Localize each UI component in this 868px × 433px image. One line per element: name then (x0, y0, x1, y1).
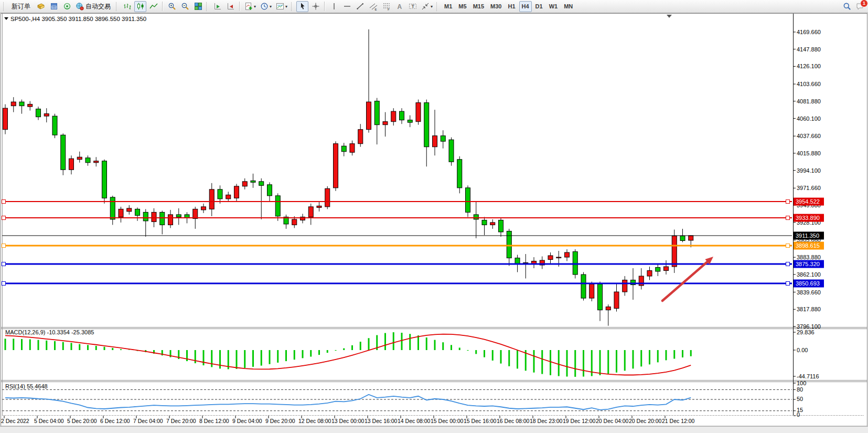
price-tick-label: 4169.660 (797, 29, 821, 35)
candle-body (614, 292, 619, 309)
timeframe-M1[interactable]: M1 (442, 1, 455, 12)
price-tick-label: 3971.660 (797, 185, 821, 191)
candle-body (85, 158, 90, 163)
timeframe-H4[interactable]: H4 (519, 1, 532, 12)
timeframe-D1[interactable]: D1 (533, 1, 545, 12)
label-icon: T (409, 2, 417, 10)
line-chart-button[interactable] (147, 1, 159, 12)
crosshair-button[interactable] (309, 1, 322, 12)
auto-scroll-button[interactable] (211, 1, 223, 12)
market-watch-button[interactable] (35, 1, 47, 12)
fibonacci-button[interactable]: F (380, 1, 392, 12)
channel-button[interactable]: E (367, 1, 379, 12)
label-button[interactable]: T (406, 1, 419, 12)
line-handle[interactable] (786, 200, 790, 204)
chevron-down-icon[interactable]: ▾ (254, 4, 256, 9)
candle-body (466, 188, 470, 213)
indicators-dropdown[interactable]: ▾ (243, 1, 258, 12)
chart-shift-button[interactable] (224, 1, 237, 12)
shapes-dropdown[interactable]: ▾ (420, 1, 434, 12)
line-handle[interactable] (786, 262, 790, 266)
navigator-button[interactable] (48, 1, 60, 12)
macd-axis-label: 29.836 (797, 329, 815, 335)
time-tick-label: 15 Dec 00:00 (431, 418, 464, 424)
chat-button[interactable]: 1 (854, 1, 866, 12)
candle-body (44, 114, 49, 117)
line-handle[interactable] (2, 262, 6, 266)
candle-body (391, 111, 396, 122)
macd-axis-label: -44.7116 (797, 373, 819, 379)
price-tick-label: 3994.100 (797, 167, 821, 174)
timeframe-W1[interactable]: W1 (546, 1, 561, 12)
rsi-axis-label: 100 (797, 380, 806, 386)
candle-body (308, 207, 313, 217)
ohlc-header: SP500-,H4 3905.350 3911.850 3896.550 391… (10, 16, 146, 22)
candle-body (234, 186, 239, 198)
candlestick-button[interactable] (134, 1, 146, 12)
templates-dropdown[interactable]: ▾ (274, 1, 289, 12)
time-tick-label: 20 Dec 04:00 (596, 418, 629, 424)
chevron-down-icon[interactable]: ▾ (270, 4, 272, 9)
search-button[interactable] (841, 1, 853, 12)
timeframe-M5[interactable]: M5 (456, 1, 469, 12)
candle-body (193, 209, 198, 218)
horizontal-line-button[interactable] (341, 1, 353, 12)
macd-axis-label: 0.00 (797, 347, 808, 353)
line-handle[interactable] (786, 244, 790, 248)
periods-dropdown (260, 2, 269, 10)
line-handle[interactable] (786, 282, 790, 286)
periods-dropdown[interactable]: ▾ (259, 1, 273, 12)
svg-text:A: A (397, 3, 402, 10)
candle-body (499, 220, 503, 232)
line-handle[interactable] (2, 216, 6, 220)
chart-shift-icon (227, 2, 235, 10)
notification-badge[interactable]: 1 (860, 0, 868, 7)
zoom-in-button[interactable] (166, 1, 178, 12)
chart-background (0, 13, 868, 426)
chevron-down-icon[interactable]: ▾ (431, 4, 433, 9)
line-handle[interactable] (2, 282, 6, 286)
candle-body (61, 135, 66, 170)
zoom-out-button[interactable] (179, 1, 191, 12)
auto-trading-icon (76, 2, 84, 10)
search-icon (843, 2, 851, 10)
candle-body (119, 209, 123, 217)
chevron-down-icon[interactable]: ▾ (285, 4, 287, 9)
time-tick-label: 9 Dec 04:00 (232, 418, 262, 424)
time-tick-label: 7 Dec 20:00 (166, 418, 196, 424)
time-tick-label: 20 Dec 20:00 (629, 418, 662, 424)
terminal-button[interactable] (61, 1, 73, 12)
candlestick-icon (136, 2, 145, 10)
candle-body (11, 102, 16, 106)
toolbar-grip (291, 2, 294, 11)
main-toolbar: 新订单自动交易▾▾▾EFAT▾M1M5M15M30H1H4D1W1MN1 (0, 0, 868, 13)
candle-body (664, 267, 669, 271)
line-chart-icon (149, 2, 158, 10)
line-handle[interactable] (786, 216, 790, 220)
zoom-out-icon (181, 2, 189, 10)
candle-body (689, 236, 693, 240)
cursor-button[interactable] (296, 1, 308, 12)
candle-body (647, 271, 652, 277)
timeframe-H1[interactable]: H1 (505, 1, 518, 12)
trendline-button[interactable] (354, 1, 366, 12)
auto-trading-button[interactable]: 自动交易 (74, 1, 114, 12)
candle-body (259, 182, 264, 186)
timeframe-MN[interactable]: MN (561, 1, 575, 12)
candle-body (110, 197, 115, 219)
svg-text:3933.890: 3933.890 (796, 215, 820, 221)
navigator-icon (50, 2, 58, 10)
text-button[interactable]: A (393, 1, 405, 12)
line-handle[interactable] (2, 244, 6, 248)
time-tick-label: 15 Dec 16:00 (464, 418, 497, 424)
bar-chart-button[interactable] (121, 1, 133, 12)
line-handle[interactable] (2, 200, 6, 204)
time-tick-label: 21 Dec 12:00 (662, 418, 695, 424)
timeframe-M30[interactable]: M30 (488, 1, 504, 12)
candle-body (350, 144, 355, 153)
toolbar-separator (324, 2, 325, 11)
timeframe-M15[interactable]: M15 (470, 1, 487, 12)
tile-windows-button[interactable] (192, 1, 204, 12)
vertical-line-button[interactable] (328, 1, 340, 12)
new-order-button[interactable]: 新订单 (8, 1, 34, 12)
